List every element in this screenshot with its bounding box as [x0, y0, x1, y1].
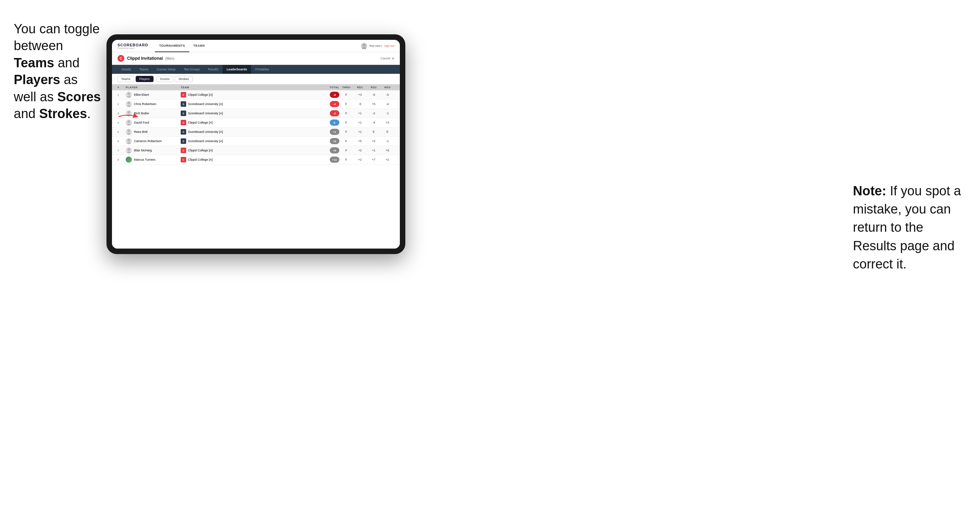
team-logo: S: [181, 101, 186, 107]
player-name: Marcus Turners: [134, 158, 156, 161]
svg-point-10: [127, 129, 130, 132]
svg-point-4: [127, 102, 130, 104]
col-header-team: TEAM: [181, 86, 315, 89]
table-row: 2 Chris Robertson S Scoreboard Universit…: [112, 100, 400, 109]
thru: F: [339, 111, 353, 115]
col-header-thru: THRU: [339, 86, 353, 89]
team-name: Clippd College [A]: [188, 149, 213, 152]
table-row: 6 Cameron Robertson S Scoreboard Univers…: [112, 137, 400, 146]
player-name: Rich Butler: [134, 111, 149, 115]
row-pos: 5: [118, 130, 126, 133]
player-cell: Marcus Turners: [126, 157, 181, 163]
rd1: +2: [353, 149, 367, 152]
rd1: +1: [353, 111, 367, 115]
tab-results[interactable]: Results: [204, 65, 223, 74]
rd3: -5: [380, 93, 395, 97]
nav-right: Test User | Sign out: [361, 43, 395, 49]
col-header-rd3: RD3: [380, 86, 395, 89]
team-cell: S Scoreboard University [A]: [181, 129, 315, 135]
toggle-row: Teams Players Scores Strokes: [112, 74, 400, 84]
leaderboard-table: # PLAYER TEAM TOTAL THRU RD1 RD2 RD3 1 E…: [112, 84, 400, 249]
tab-tee-groups[interactable]: Tee Groups: [180, 65, 204, 74]
player-name: Cameron Robertson: [134, 140, 162, 143]
row-pos: 7: [118, 149, 126, 152]
table-row: 1 Elliot Ebert C Clippd College [A] -8 F…: [112, 90, 400, 100]
row-pos: 3: [118, 112, 126, 115]
team-cell: S Scoreboard University [A]: [181, 111, 315, 116]
toggle-players[interactable]: Players: [136, 76, 154, 82]
total-score: -2: [330, 110, 339, 116]
thru: F: [339, 121, 353, 124]
user-label: Test User |: [369, 44, 382, 48]
tournament-name: Clippd Invitational (Men): [127, 56, 174, 61]
player-cell: Chris Robertson: [126, 101, 181, 107]
svg-point-2: [127, 92, 130, 95]
note-label: Note:: [853, 184, 886, 198]
tablet-frame: SCOREBOARD Powered by clippd TOURNAMENTS…: [107, 34, 405, 254]
toggle-scores[interactable]: Scores: [156, 76, 173, 82]
toggle-strokes[interactable]: Strokes: [175, 76, 193, 82]
team-logo: C: [181, 148, 186, 153]
tab-course-setup[interactable]: Course Setup: [153, 65, 180, 74]
svg-point-11: [127, 133, 131, 135]
team-cell: S Scoreboard University [A]: [181, 101, 315, 107]
nav-teams[interactable]: TEAMS: [189, 40, 209, 52]
team-name: Scoreboard University [A]: [188, 140, 223, 143]
nav-tournaments[interactable]: TOURNAMENTS: [155, 40, 189, 52]
team-name: Clippd College [A]: [188, 158, 213, 161]
rd1: +1: [353, 121, 367, 124]
close-icon: ✕: [391, 57, 395, 60]
rd3: +2: [380, 158, 395, 161]
tournament-title-row: C Clippd Invitational (Men): [118, 55, 174, 62]
thru: F: [339, 102, 353, 106]
col-header-rd1: RD1: [353, 86, 367, 89]
svg-point-3: [127, 96, 131, 98]
svg-point-15: [127, 151, 131, 154]
rd2: +7: [367, 158, 380, 161]
col-header-rd2: RD2: [367, 86, 380, 89]
player-avatar: [126, 138, 132, 144]
logo-text: SCOREBOARD: [118, 43, 148, 47]
tournament-header: C Clippd Invitational (Men) Cancel ✕: [112, 52, 400, 65]
rd3: -1: [380, 111, 395, 115]
toggle-teams[interactable]: Teams: [118, 76, 134, 82]
tab-leaderboards[interactable]: Leaderboards: [223, 65, 251, 74]
table-row: 8 Marcus Turners C Clippd College [A] +1…: [112, 155, 400, 165]
team-name: Clippd College [A]: [188, 121, 213, 124]
player-avatar: [126, 101, 132, 107]
user-avatar: [361, 43, 367, 49]
player-name: Blair McHarg: [134, 149, 152, 152]
tab-teams[interactable]: Teams: [135, 65, 153, 74]
rd3: -1: [380, 140, 395, 143]
rd2: +2: [367, 140, 380, 143]
team-logo: S: [181, 129, 186, 135]
nav-links: TOURNAMENTS TEAMS: [155, 40, 361, 52]
table-header: # PLAYER TEAM TOTAL THRU RD1 RD2 RD3: [112, 84, 400, 90]
cancel-button[interactable]: Cancel ✕: [380, 57, 395, 60]
bold-teams: Teams: [14, 56, 54, 70]
player-cell: Rich Butler: [126, 110, 181, 116]
player-name: David Ford: [134, 121, 149, 124]
team-cell: C Clippd College [A]: [181, 120, 315, 125]
tab-printables[interactable]: Printables: [251, 65, 273, 74]
svg-point-8: [127, 120, 130, 123]
table-row: 3 Rich Butler S Scoreboard University [A…: [112, 109, 400, 118]
tablet-screen: SCOREBOARD Powered by clippd TOURNAMENTS…: [112, 40, 400, 249]
rd2: E: [367, 130, 380, 133]
team-logo: S: [181, 138, 186, 144]
player-avatar: [126, 119, 132, 125]
rd2: -4: [367, 121, 380, 124]
sign-out-link[interactable]: Sign out: [384, 44, 395, 48]
player-name: Elliot Ebert: [134, 93, 149, 97]
svg-point-12: [127, 139, 130, 141]
rd3: E: [380, 130, 395, 133]
table-row: 4 David Ford C Clippd College [A] E F +1…: [112, 118, 400, 127]
rd3: +6: [380, 149, 395, 152]
thru: F: [339, 93, 353, 97]
tab-details[interactable]: Details: [118, 65, 135, 74]
team-name: Scoreboard University [A]: [188, 111, 223, 115]
team-cell: C Clippd College [A]: [181, 92, 315, 97]
player-cell: Blair McHarg: [126, 147, 181, 154]
svg-point-9: [127, 124, 131, 125]
logo-area: SCOREBOARD Powered by clippd: [118, 43, 148, 49]
